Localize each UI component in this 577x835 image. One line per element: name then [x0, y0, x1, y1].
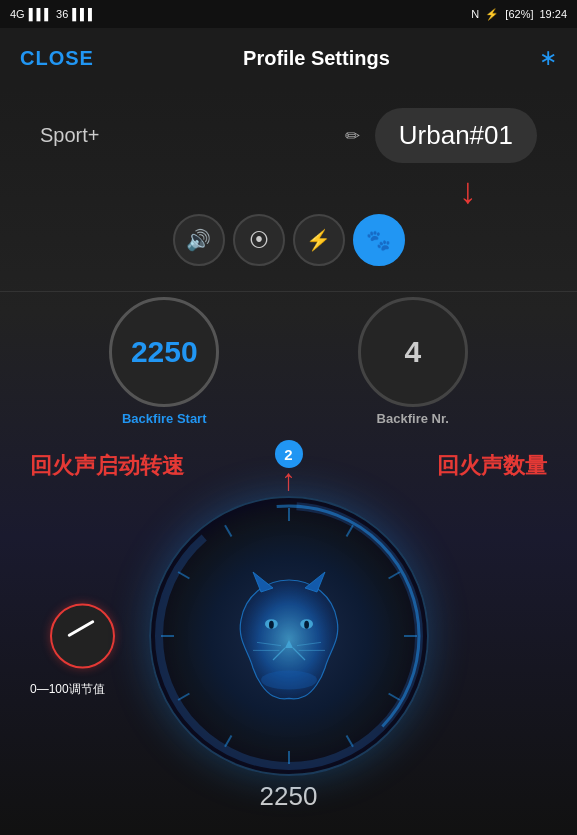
close-button[interactable]: CLOSE [20, 47, 94, 70]
profile-row: Sport+ ✏ Urban#01 [0, 88, 577, 173]
small-dial[interactable] [50, 604, 115, 669]
separator-1 [0, 291, 577, 292]
arrow-down-container: ↓ [0, 173, 577, 209]
svg-line-3 [346, 525, 353, 536]
tab-power[interactable]: ⚡ [293, 214, 345, 266]
icon-row: 🔊 ⦿ ⚡ 🐾 [173, 214, 405, 266]
backfire-nr-label: Backfire Nr. [377, 411, 449, 426]
speedometer-icon: ⦿ [249, 229, 269, 252]
svg-line-7 [346, 736, 353, 747]
number-badge: 2 [275, 440, 303, 468]
tab-speed[interactable]: ⦿ [233, 214, 285, 266]
svg-line-10 [178, 694, 189, 701]
page-title: Profile Settings [243, 47, 390, 70]
bluetooth-status-icon: ⚡ [485, 8, 499, 21]
dial-needle [67, 620, 94, 638]
clock: 19:24 [539, 8, 567, 20]
backfire-start-value-circle[interactable]: 2250 [109, 297, 219, 407]
svg-line-6 [388, 694, 399, 701]
nfc-icon: N [471, 8, 479, 20]
status-bar: 4G ▌▌▌ 36 ▌▌▌ N ⚡ [62%] 19:24 [0, 0, 577, 28]
backfire-logo [209, 556, 369, 716]
arrow-down-icon: ↓ [459, 173, 477, 209]
svg-point-16 [269, 621, 274, 629]
power-icon: ⚡ [306, 228, 331, 252]
signal-36: 36 [56, 8, 68, 20]
signal-bars2: ▌▌▌ [72, 8, 95, 20]
tab-sound[interactable]: 🔊 [173, 214, 225, 266]
svg-point-25 [261, 670, 317, 689]
bottom-value: 2250 [260, 781, 318, 812]
svg-marker-18 [253, 572, 273, 592]
svg-line-4 [388, 572, 399, 579]
signal-bars: ▌▌▌ [29, 8, 52, 20]
profile-name-badge[interactable]: Urban#01 [375, 108, 537, 163]
badge-arrow-group: 2 ↑ [275, 440, 303, 492]
header: CLOSE Profile Settings ∗ [0, 28, 577, 88]
annotation-right: 回火声数量 [437, 451, 547, 481]
tab-backfire[interactable]: 🐾 [353, 214, 405, 266]
stats-row: 2250 Backfire Start 4 Backfire Nr. [0, 297, 577, 426]
svg-marker-19 [305, 572, 325, 592]
annotation-container: 回火声启动转速 2 ↑ 回火声数量 [0, 436, 577, 496]
status-right: N ⚡ [62%] 19:24 [471, 8, 567, 21]
main-content: Sport+ ✏ Urban#01 ↓ 🔊 ⦿ ⚡ 🐾 2250 Backfir… [0, 88, 577, 835]
svg-line-12 [178, 572, 189, 579]
backfire-nr-stat: 4 Backfire Nr. [358, 297, 468, 426]
panther-dial[interactable] [149, 496, 429, 776]
backfire-nr-value-circle[interactable]: 4 [358, 297, 468, 407]
backfire-start-label: Backfire Start [122, 411, 207, 426]
svg-line-13 [225, 525, 232, 536]
svg-point-17 [304, 621, 309, 629]
bluetooth-icon[interactable]: ∗ [539, 45, 557, 71]
sound-icon: 🔊 [186, 228, 211, 252]
small-dial-label: 0—100调节值 [30, 681, 105, 698]
svg-line-9 [225, 736, 232, 747]
backfire-start-stat: 2250 Backfire Start [109, 297, 219, 426]
mode-label: Sport+ [40, 124, 99, 147]
panther-tab-icon: 🐾 [366, 228, 391, 252]
dial-area: 0—100调节值 [0, 496, 577, 776]
arrow-up-icon: ↑ [281, 468, 296, 492]
edit-icon[interactable]: ✏ [345, 125, 360, 147]
annotation-left: 回火声启动转速 [30, 451, 184, 481]
status-left: 4G ▌▌▌ 36 ▌▌▌ [10, 8, 96, 20]
signal-4g: 4G [10, 8, 25, 20]
battery-indicator: [62%] [505, 8, 533, 20]
